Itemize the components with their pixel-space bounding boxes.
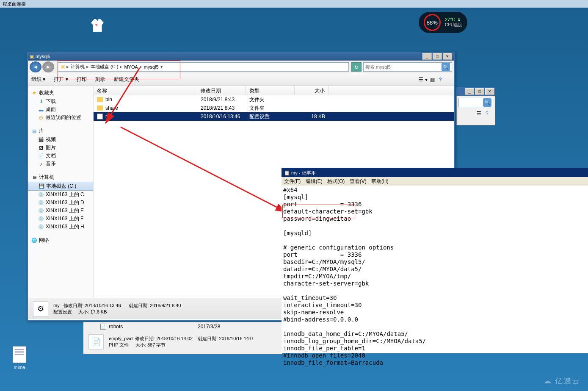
config-file-icon: ⚙: [97, 114, 103, 119]
sidebar-documents[interactable]: 📄文档: [28, 152, 93, 160]
view-options-button[interactable]: ☰ ▾: [419, 77, 427, 83]
bg-minimize-button[interactable]: _: [465, 88, 474, 95]
sidebar-net-c[interactable]: 💿XINXI163 上的 C: [28, 191, 93, 199]
remote-desktop-titlebar: 程桌面连接: [0, 0, 588, 8]
sidebar-downloads[interactable]: ⬇下载: [28, 97, 93, 105]
sidebar-drive-c[interactable]: 💾本地磁盘 (C:): [28, 182, 93, 191]
bg-help-icon[interactable]: ?: [486, 111, 493, 118]
menu-view[interactable]: 查看(V): [350, 178, 367, 184]
status-type: 配置设置: [53, 309, 72, 314]
watermark: ☁ 亿速云: [544, 376, 580, 386]
sidebar-net-e[interactable]: 💿XINXI163 上的 E: [28, 207, 93, 215]
menu-file[interactable]: 文件(F): [284, 178, 301, 184]
col-type[interactable]: 类型: [246, 86, 295, 95]
bc-myoa[interactable]: MYOA: [124, 64, 138, 69]
sidebar-favorites-header[interactable]: ★收藏夹: [28, 89, 93, 97]
file-icon: 📄: [100, 324, 106, 330]
bg-close-button[interactable]: ✕: [485, 88, 494, 95]
status-file-icon: ⚙: [33, 301, 48, 316]
file-row-share[interactable]: share 2018/9/21 8:43 文件夹: [94, 104, 454, 112]
notepad-title: my - 记事本: [291, 170, 315, 176]
sidebar-libraries-header[interactable]: ▤库: [28, 127, 93, 136]
menu-format[interactable]: 格式(O): [327, 178, 345, 184]
cpu-gauge-widget[interactable]: 88% 27°C 🌡 CPU温度: [419, 12, 467, 33]
sidebar: ★收藏夹 ⬇下载 ▬桌面 ◷最近访问的位置 ▤库 🎬视频 🖼图片 📄文档 ♪音乐…: [28, 86, 94, 298]
open-button[interactable]: 打开 ▾: [54, 76, 68, 83]
bg-maximize-button[interactable]: □: [475, 88, 484, 95]
search-icon[interactable]: 🔍: [442, 63, 450, 71]
search-box[interactable]: 🔍: [363, 62, 452, 72]
gauge-temp-label: CPU温度: [445, 22, 462, 28]
explorer-titlebar[interactable]: ▣ mysql5 _ □ ✕: [28, 52, 454, 61]
search-input[interactable]: [365, 64, 442, 69]
new-folder-button[interactable]: 新建文件夹: [114, 76, 139, 83]
desktop-file-mima[interactable]: mima: [13, 346, 26, 370]
list-header[interactable]: 名称 修改日期 类型 大小: [94, 86, 454, 95]
folder-icon: [97, 105, 103, 111]
col-name[interactable]: 名称: [94, 86, 197, 95]
sidebar-music[interactable]: ♪音乐: [28, 160, 93, 168]
sidebar-net-d[interactable]: 💿XINXI163 上的 D: [28, 199, 93, 207]
organize-button[interactable]: 组织 ▾: [31, 76, 45, 83]
lower-status-bar: 📄 empty_pwd 修改日期: 2018/10/16 14:02 创建日期:…: [83, 331, 282, 352]
preview-pane-button[interactable]: ▦: [430, 77, 435, 83]
file-row-bin[interactable]: bin 2018/9/21 8:43 文件夹: [94, 95, 454, 104]
notepad-content[interactable]: #x64 [mysql] port = 3336 default-charact…: [282, 186, 588, 367]
window-title: mysql5: [36, 54, 50, 59]
print-button[interactable]: 打印: [77, 76, 87, 83]
sidebar-videos[interactable]: 🎬视频: [28, 136, 93, 144]
notepad-menubar: 文件(F) 编辑(E) 格式(O) 查看(V) 帮助(H): [282, 177, 588, 186]
menu-edit[interactable]: 编辑(E): [306, 178, 323, 184]
sidebar-network-header[interactable]: 🌐网络: [28, 236, 93, 245]
notepad-titlebar[interactable]: 📋 my - 记事本: [282, 169, 588, 177]
sidebar-net-f[interactable]: 💿XINXI163 上的 F: [28, 215, 93, 223]
sidebar-recent[interactable]: ◷最近访问的位置: [28, 114, 93, 122]
menu-help[interactable]: 帮助(H): [371, 178, 389, 184]
file-row-my[interactable]: ⚙my 2018/10/16 13:46 配置设置 18 KB: [94, 112, 454, 121]
folder-icon: ▣: [61, 64, 65, 69]
bc-drive[interactable]: 本地磁盘 (C:): [91, 64, 118, 70]
notepad-window: 📋 my - 记事本 文件(F) 编辑(E) 格式(O) 查看(V) 帮助(H)…: [282, 168, 588, 353]
php-file-icon: 📄: [88, 334, 104, 349]
col-date[interactable]: 修改日期: [197, 86, 246, 95]
burn-button[interactable]: 刻录: [95, 76, 105, 83]
minimize-button[interactable]: _: [422, 53, 432, 60]
bg-view-icon[interactable]: ☰: [477, 111, 484, 118]
explorer-toolbar: 组织 ▾ 打开 ▾ 打印 刻录 新建文件夹 ☰ ▾ ▦ ?: [28, 73, 454, 86]
sidebar-pictures[interactable]: 🖼图片: [28, 144, 93, 152]
sidebar-desktop[interactable]: ▬桌面: [28, 105, 93, 114]
desktop-file-label: mima: [14, 365, 25, 370]
gauge-temp: 27°C 🌡: [445, 17, 462, 22]
folder-icon: ▣: [30, 54, 34, 59]
maximize-button[interactable]: □: [433, 53, 442, 60]
shirt-gadget-icon[interactable]: [91, 19, 104, 32]
breadcrumb[interactable]: ▣ ▸ 计算机▸ 本地磁盘 (C:)▸ MYOA▸ mysql5▾: [58, 62, 349, 72]
bg-search-icon[interactable]: 🔍: [483, 98, 491, 107]
folder-icon: [97, 97, 103, 102]
back-button[interactable]: ◄: [30, 61, 41, 72]
sidebar-net-h[interactable]: 💿XINXI163 上的 H: [28, 223, 93, 231]
forward-button[interactable]: ►: [42, 61, 54, 72]
file-row-robots[interactable]: 📄 robots 2017/3/28: [83, 322, 282, 331]
bc-computer[interactable]: 计算机: [71, 64, 85, 70]
bc-mysql5[interactable]: mysql5: [144, 64, 159, 69]
col-size[interactable]: 大小: [295, 86, 329, 95]
notepad-icon: 📋: [284, 170, 290, 176]
close-button[interactable]: ✕: [443, 53, 452, 60]
help-button[interactable]: ?: [439, 77, 442, 83]
navigation-bar: ◄ ► ▣ ▸ 计算机▸ 本地磁盘 (C:)▸ MYOA▸ mysql5▾ ↻ …: [28, 61, 454, 73]
gauge-percent: 88%: [424, 14, 441, 31]
text-file-icon: [13, 346, 26, 363]
refresh-button[interactable]: ↻: [351, 62, 362, 72]
sidebar-computer-header[interactable]: 🖥计算机: [28, 173, 93, 182]
lower-explorer-window: 📄 robots 2017/3/28 📄 empty_pwd 修改日期: 201…: [83, 322, 282, 354]
status-name: my: [53, 303, 60, 308]
